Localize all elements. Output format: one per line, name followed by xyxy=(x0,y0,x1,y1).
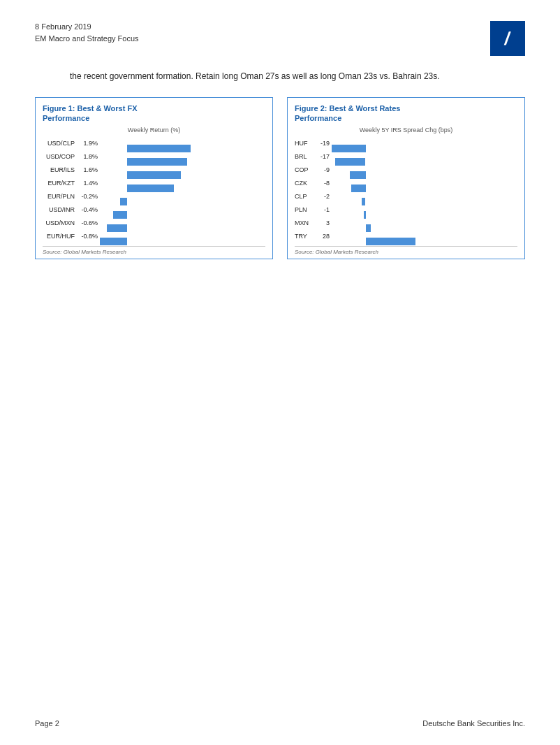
figure2-title-line1: Figure 2: Best & Worst Rates xyxy=(295,104,400,113)
page: 8 February 2019 EM Macro and Strategy Fo… xyxy=(0,0,560,745)
rates-bar-row: CLP-2 xyxy=(295,191,517,202)
bar-label: EUR/PLN xyxy=(43,193,78,200)
rates-bar-row: HUF-19 xyxy=(295,138,517,149)
rates-value: 3 xyxy=(314,219,332,226)
figure2-source: Source: Global Markets Research xyxy=(295,246,517,255)
figure1-title-line1: Figure 1: Best & Worst FX xyxy=(43,104,137,113)
bar-label: USD/COP xyxy=(43,153,78,160)
bar-label: USD/CLP xyxy=(43,140,78,147)
figure2-box: Figure 2: Best & Worst Rates Performance… xyxy=(287,97,525,259)
header-subtitle: EM Macro and Strategy Focus xyxy=(35,33,139,45)
bar-row: EUR/PLN-0.2% xyxy=(43,191,265,202)
figure1-title: Figure 1: Best & Worst FX Performance xyxy=(43,103,265,124)
rates-value: -9 xyxy=(314,166,332,173)
figure1-title-line2: Performance xyxy=(43,114,89,122)
rates-label: BRL xyxy=(295,153,314,160)
intro-paragraph: the recent government formation. Retain … xyxy=(70,70,525,83)
rates-label: CZK xyxy=(295,180,314,187)
bar-value: -0.2% xyxy=(78,193,100,200)
page-footer: Page 2 Deutsche Bank Securities Inc. xyxy=(35,719,525,728)
bar-row: EUR/KZT1.4% xyxy=(43,178,265,189)
rates-value: -19 xyxy=(314,140,332,147)
bar-label: USD/INR xyxy=(43,206,78,213)
figure2-title: Figure 2: Best & Worst Rates Performance xyxy=(295,103,517,124)
logo-slash-icon: / xyxy=(503,28,513,50)
bar-value: -0.4% xyxy=(78,206,100,213)
rates-value: -8 xyxy=(314,180,332,187)
intro-text: the recent government formation. Retain … xyxy=(70,71,440,81)
rates-bar-row: COP-9 xyxy=(295,164,517,175)
header-date: 8 February 2019 xyxy=(35,21,139,33)
figure1-source: Source: Global Markets Research xyxy=(43,246,265,255)
bar-value: 1.9% xyxy=(78,140,100,147)
rates-label: MXN xyxy=(295,219,314,226)
figure1-chart-area: USD/CLP1.9%USD/COP1.8%EUR/ILS1.6%EUR/KZT… xyxy=(43,138,265,242)
footer-company: Deutsche Bank Securities Inc. xyxy=(422,719,525,728)
figure2-axis-label: Weekly 5Y IRS Spread Chg (bps) xyxy=(295,126,517,133)
bar-value: 1.8% xyxy=(78,153,100,160)
rates-label: TRY xyxy=(295,233,314,240)
bar-label: USD/MXN xyxy=(43,219,78,226)
rates-bar-row: TRY28 xyxy=(295,231,517,242)
bar-row: USD/INR-0.4% xyxy=(43,204,265,215)
page-header: 8 February 2019 EM Macro and Strategy Fo… xyxy=(35,21,525,56)
rates-value: -1 xyxy=(314,206,332,213)
bar-label: EUR/KZT xyxy=(43,180,78,187)
rates-label: CLP xyxy=(295,193,314,200)
bar-value: 1.6% xyxy=(78,166,100,173)
footer-page: Page 2 xyxy=(35,719,59,728)
figure2-chart-area: HUF-19BRL-17COP-9CZK-8CLP-2PLN-1MXN3TRY2… xyxy=(295,138,517,242)
bar-value: 1.4% xyxy=(78,180,100,187)
bar-row: EUR/ILS1.6% xyxy=(43,164,265,175)
rates-value: -2 xyxy=(314,193,332,200)
rates-label: PLN xyxy=(295,206,314,213)
logo: / xyxy=(490,21,525,56)
bar-label: EUR/ILS xyxy=(43,166,78,173)
bar-row: USD/CLP1.9% xyxy=(43,138,265,149)
figure1-box: Figure 1: Best & Worst FX Performance We… xyxy=(35,97,273,259)
bar-label: EUR/HUF xyxy=(43,233,78,240)
rates-label: HUF xyxy=(295,140,314,147)
rates-value: -17 xyxy=(314,153,332,160)
bar-value: -0.8% xyxy=(78,233,100,240)
rates-bar-row: BRL-17 xyxy=(295,151,517,162)
rates-bar-row: PLN-1 xyxy=(295,204,517,215)
charts-container: Figure 1: Best & Worst FX Performance We… xyxy=(35,97,525,259)
figure2-title-line2: Performance xyxy=(295,114,341,122)
rates-label: COP xyxy=(295,166,314,173)
bar-row: EUR/HUF-0.8% xyxy=(43,231,265,242)
rates-bar-row: CZK-8 xyxy=(295,178,517,189)
header-info: 8 February 2019 EM Macro and Strategy Fo… xyxy=(35,21,139,44)
bar-row: USD/COP1.8% xyxy=(43,151,265,162)
bar-row: USD/MXN-0.6% xyxy=(43,217,265,229)
rates-value: 28 xyxy=(314,233,332,240)
figure1-axis-label: Weekly Return (%) xyxy=(43,126,265,133)
bar-value: -0.6% xyxy=(78,219,100,226)
rates-bar-row: MXN3 xyxy=(295,217,517,229)
